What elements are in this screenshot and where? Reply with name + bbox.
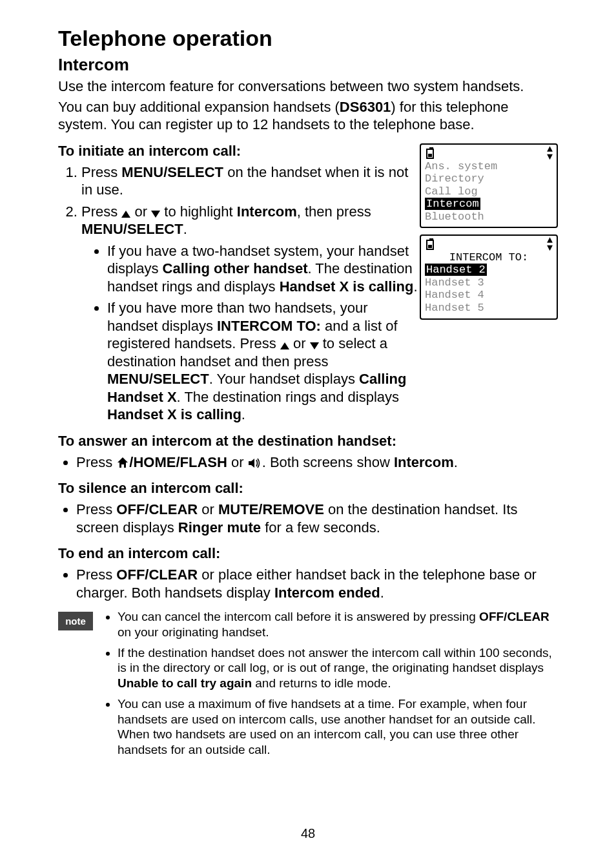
end-bullet: Press OFF/CLEAR or place either handset …	[76, 566, 558, 601]
lcd-line: Call log	[425, 185, 553, 198]
lcd-line: Handset 3	[425, 276, 553, 289]
step-2-bullet-2: If you have more than two handsets, your…	[107, 299, 420, 424]
heading-end: To end an intercom call:	[58, 545, 558, 562]
heading-answer: To answer an intercom at the destination…	[58, 433, 558, 450]
heading-silence: To silence an intercom call:	[58, 480, 558, 497]
page-title: Telephone operation	[58, 26, 558, 51]
arrow-down-icon	[151, 211, 160, 218]
intro-paragraph-1: Use the intercom feature for conversatio…	[58, 78, 558, 96]
arrow-up-icon	[280, 342, 289, 349]
lcd-title: INTERCOM TO:	[425, 251, 553, 264]
section-heading-intercom: Intercom	[58, 55, 558, 75]
answer-bullet: Press /HOME/FLASH or . Both screens show…	[76, 453, 558, 472]
step-1: Press MENU/SELECT on the handset when it…	[81, 163, 420, 199]
step-2-bullet-1: If you have a two-handset system, your h…	[107, 242, 420, 296]
intro-paragraph-2: You can buy additional expansion handset…	[58, 98, 558, 134]
lcd-line: Bluetooth	[425, 211, 553, 224]
lcd-line: Directory	[425, 172, 553, 185]
lcd-screen-menu: ▲▼ Ans. system Directory Call log Interc…	[420, 143, 558, 228]
arrow-down-icon	[310, 342, 319, 349]
speaker-icon	[248, 457, 262, 469]
page-number: 48	[0, 826, 616, 841]
note-item-3: You can use a maximum of five handsets a…	[118, 696, 558, 758]
battery-icon	[426, 240, 434, 250]
initiate-steps: Press MENU/SELECT on the handset when it…	[58, 163, 420, 424]
battery-icon	[426, 149, 434, 159]
note-item-2: If the destination handset does not answ…	[118, 645, 558, 691]
note-item-1: You can cancel the intercom call before …	[118, 609, 558, 640]
lcd-line: Handset 5	[425, 302, 553, 315]
lcd-line: Handset 4	[425, 289, 553, 302]
lcd-line-selected: Intercom	[425, 198, 480, 210]
lcd-line: Ans. system	[425, 160, 553, 173]
heading-initiate: To initiate an intercom call:	[58, 143, 420, 160]
scroll-arrows-icon: ▲▼	[547, 146, 553, 161]
scroll-arrows-icon: ▲▼	[547, 237, 553, 253]
note-badge: note	[58, 612, 93, 630]
arrow-up-icon	[121, 211, 130, 218]
step-2: Press or to highlight Intercom, then pre…	[81, 203, 420, 424]
home-icon	[116, 457, 129, 468]
silence-bullet: Press OFF/CLEAR or MUTE/REMOVE on the de…	[76, 501, 558, 536]
lcd-screen-intercom-to: ▲▼ INTERCOM TO: Handset 2 Handset 3 Hand…	[420, 234, 558, 319]
model-number: DS6301	[340, 99, 391, 115]
note-block: note You can cancel the intercom call be…	[58, 609, 558, 763]
lcd-line-selected: Handset 2	[425, 264, 487, 276]
